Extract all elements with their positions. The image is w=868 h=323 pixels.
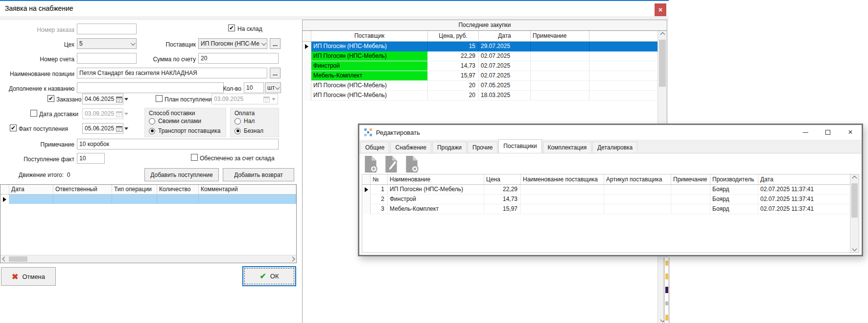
tab-postavshchiki[interactable]: Поставщики (498, 139, 541, 153)
plan-receipt-datepicker: 03.09.2025 (211, 94, 278, 104)
on-stock-label: На склад (237, 25, 262, 33)
column-header[interactable]: Тип операции (112, 185, 157, 194)
supplier-browse-button[interactable]: ... (270, 38, 281, 49)
tab-prodazhi[interactable]: Продажи (432, 142, 467, 153)
column-header[interactable]: Производитель (710, 174, 758, 184)
ordered-label: Заказано (56, 96, 81, 103)
add-return-button[interactable]: Добавить возврат (223, 168, 294, 181)
plan-receipt-label: План поступления (164, 96, 215, 103)
supplier-combobox[interactable]: ИП Погосян (НПС-Ме (198, 38, 267, 49)
scroll-down-button[interactable] (850, 245, 858, 252)
delete-record-icon[interactable] (404, 155, 419, 173)
minimize-button[interactable] (794, 125, 817, 139)
payment-group-label: Оплата (235, 110, 255, 117)
column-header[interactable]: Количество (157, 185, 199, 194)
tab-prochie[interactable]: Прочие (468, 142, 497, 153)
fact-receipt-datepicker[interactable]: 05.06.2025 (82, 123, 123, 134)
column-header[interactable]: Наименование (388, 174, 484, 184)
horizontal-scrollbar[interactable] (0, 255, 296, 263)
column-header[interactable]: Примечание (531, 31, 589, 41)
calendar-icon (116, 96, 122, 102)
row-selector (303, 81, 311, 91)
column-header[interactable]: Поставщик (311, 31, 428, 41)
scrollbar-thumb[interactable] (659, 40, 666, 87)
ok-button[interactable]: ✔ОК (242, 266, 296, 286)
row-pointer-icon (365, 187, 368, 192)
fact-receipt-checkbox[interactable] (10, 124, 17, 131)
note-input[interactable]: 10 коробок (77, 139, 279, 149)
app-icon (364, 128, 372, 136)
calendar-icon (263, 96, 270, 102)
scrollbar-thumb[interactable] (9, 256, 27, 262)
radio-cashless[interactable]: Безнал (235, 127, 263, 134)
column-header[interactable]: Артикул поставщика (604, 174, 671, 184)
table-row[interactable]: 2 Финстрой 14,73 Боярд 02.07.2025 11:37:… (362, 195, 859, 204)
column-header[interactable]: Комментарий (199, 185, 296, 194)
row-selector-header (362, 174, 371, 184)
table-row[interactable]: ИП Погосян (НПС-Мебель) 20 18.03.2025 (303, 91, 667, 100)
tab-snabzhenie[interactable]: Снабжение (390, 142, 431, 153)
row-selector (362, 195, 371, 204)
delivery-date-checkbox[interactable] (30, 110, 37, 117)
table-row[interactable]: ИП Погосян (НПС-Мебель) 20 07.05.2025 (303, 81, 667, 91)
column-header[interactable]: № (371, 174, 388, 184)
column-header[interactable]: Дата (758, 174, 859, 184)
unit-combobox[interactable]: шт (265, 82, 281, 93)
window-titlebar[interactable]: Заявка на снабжение (0, 1, 669, 16)
add-record-icon[interactable] (363, 155, 378, 173)
close-button[interactable]: × (839, 125, 862, 139)
radio-supplier-transport[interactable]: Транспорт поставщика (149, 127, 220, 134)
table-row[interactable]: 1 ИП Погосян (НПС-Мебель) 22,29 Боярд 02… (362, 185, 859, 195)
column-header[interactable]: Примечание (671, 174, 710, 184)
table-row[interactable]: Финстрой 14,73 02.07.2025 (303, 61, 667, 71)
receipt-fact-input[interactable]: 10 (77, 153, 105, 164)
name-addition-input[interactable] (77, 82, 224, 93)
table-row[interactable]: Мебель-Комплект 15,97 02.07.2025 (303, 71, 667, 81)
calendar-icon (116, 125, 122, 132)
scroll-left-button[interactable] (0, 255, 8, 263)
scroll-up-button[interactable] (658, 31, 666, 38)
radio-own-transport[interactable]: Своими силами (149, 118, 201, 124)
stock-covered-checkbox[interactable] (191, 154, 198, 161)
on-stock-checkbox[interactable] (228, 25, 235, 31)
table-row[interactable] (0, 195, 296, 204)
edit-record-icon[interactable] (384, 155, 399, 173)
scroll-right-button[interactable] (288, 255, 296, 263)
dialog-title: Редактировать (376, 129, 420, 136)
column-header[interactable]: Наименование поставщика (521, 174, 604, 184)
ordered-datepicker[interactable]: 04.06.2025 (82, 94, 123, 104)
maximize-button[interactable] (817, 125, 839, 139)
add-receipt-button[interactable]: Добавить поступление (144, 168, 219, 181)
scroll-up-button[interactable] (850, 174, 858, 182)
position-name-input[interactable]: Петля Стандарт без гасителя НАКЛАДНАЯ (77, 68, 267, 78)
close-icon: × (658, 6, 662, 14)
qty-input[interactable]: 10 (244, 82, 264, 93)
plan-receipt-checkbox[interactable] (156, 95, 163, 102)
window-close-button[interactable]: × (655, 3, 666, 16)
window-edge-strip (664, 257, 669, 323)
cancel-button[interactable]: ✖Отмена (1, 267, 56, 286)
vertical-scrollbar[interactable] (850, 174, 859, 252)
ordered-checkbox[interactable] (47, 95, 54, 102)
position-browse-button[interactable]: ... (270, 68, 281, 78)
order-number-input[interactable] (77, 24, 137, 34)
column-header[interactable]: Дата (9, 185, 53, 194)
tab-obshchie[interactable]: Общие (360, 142, 389, 153)
row-selector (362, 204, 371, 214)
table-row[interactable]: ИП Погосян (НПС-Мебель) 22,29 02.07.2025 (303, 51, 667, 61)
column-header[interactable]: Цена (484, 174, 521, 184)
column-header[interactable]: Ответственный (53, 185, 112, 194)
ok-check-icon: ✔ (259, 272, 266, 281)
column-header[interactable]: Цена, руб. (428, 31, 479, 41)
column-header[interactable]: Дата (479, 31, 531, 41)
maximize-icon (825, 130, 830, 135)
table-row[interactable]: ИП Погосян (НПС-Мебель) 15 29.07.2025 (303, 42, 667, 51)
dialog-titlebar[interactable]: Редактировать × (359, 125, 862, 140)
table-row[interactable]: 3 Мебель-Комплект 15,97 Боярд 02.07.2025… (362, 204, 859, 214)
account-sum-input[interactable]: 20 (198, 53, 279, 64)
scrollbar-thumb[interactable] (851, 183, 858, 218)
tab-komplektatsiya[interactable]: Комплектация (543, 142, 592, 153)
tab-detalirovka[interactable]: Деталировка (592, 142, 637, 153)
row-selector (362, 185, 371, 195)
radio-cash[interactable]: Нал (235, 118, 255, 124)
